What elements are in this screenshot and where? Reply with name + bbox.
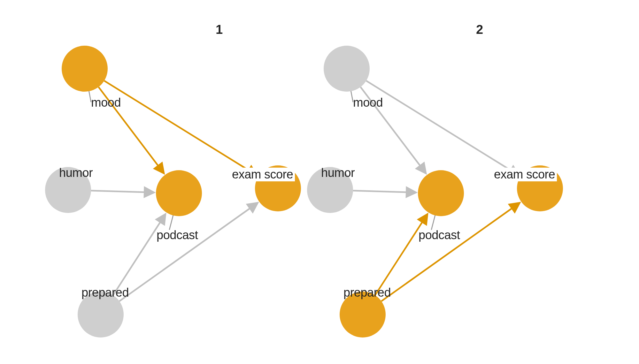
diagram-1-title: 1 (216, 22, 222, 37)
d1-label-prepared: prepared (81, 286, 129, 300)
d1-label-exam: exam score (230, 168, 295, 181)
d1-leader-podcast (169, 214, 173, 230)
d2-node-mood (324, 46, 370, 92)
d2-edge-prepared-to-podcast (375, 215, 427, 295)
d2-label-humor: humor (321, 166, 355, 180)
d2-label-podcast: podcast (419, 228, 460, 242)
d1-label-humor: humor (59, 166, 93, 180)
d1-label-podcast: podcast (157, 228, 198, 242)
d2-edge-humor-to-podcast (353, 191, 415, 193)
d2-edge-mood-to-exam (366, 81, 518, 175)
d1-edge-humor-to-podcast (91, 191, 153, 193)
d1-leader-mood (89, 89, 91, 102)
d2-node-podcast (418, 170, 464, 216)
d1-label-mood: mood (91, 96, 121, 110)
d1-node-mood (62, 46, 108, 92)
diagram-2-title: 2 (476, 22, 483, 37)
d2-leader-podcast (431, 214, 435, 230)
d1-node-podcast (156, 170, 202, 216)
d2-label-mood: mood (353, 96, 383, 110)
d1-edge-prepared-to-podcast (113, 215, 165, 295)
causal-diagrams-svg (0, 0, 639, 364)
d2-label-prepared: prepared (343, 286, 391, 300)
d2-label-exam: exam score (492, 168, 557, 181)
d2-leader-mood (350, 89, 353, 102)
d1-edge-mood-to-exam (104, 81, 256, 175)
